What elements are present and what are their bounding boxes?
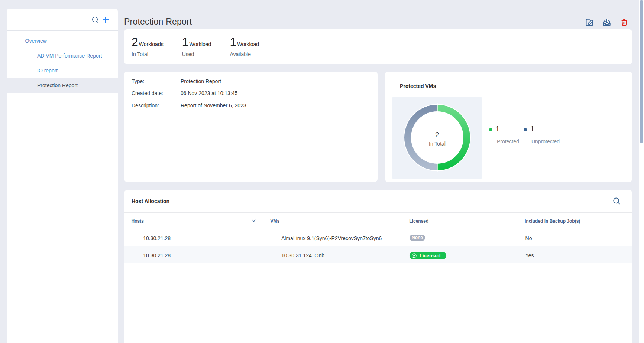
stat-value: 1 <box>182 36 189 48</box>
detail-label: Created date: <box>132 89 181 97</box>
detail-label: Description: <box>132 101 181 110</box>
protected-vms-donut-chart: 2 In Total <box>392 97 482 179</box>
stat-value: 1 <box>230 36 236 48</box>
protected-vms-title: Protected VMs <box>400 83 436 89</box>
detail-row-description: Description: Report of November 6, 2023 <box>132 101 378 110</box>
search-icon[interactable] <box>91 16 98 23</box>
column-header-licensed[interactable]: Licensed <box>409 213 428 229</box>
cell-in-backup: No <box>525 230 532 247</box>
cell-in-backup: Yes <box>525 247 534 264</box>
license-badge-text: Licensed <box>420 253 440 258</box>
table-header-row: Hosts VMs Licensed Included in Backup Jo… <box>124 213 632 229</box>
stat-in-total: 2Workloads In Total <box>132 36 164 57</box>
check-circle-icon <box>412 253 417 258</box>
host-allocation-card: Host Allocation Hosts VMs Licensed Inclu… <box>124 190 632 343</box>
sidebar-toolbar <box>7 9 118 31</box>
legend-label-unprotected: Unprotected <box>531 139 560 144</box>
donut-center-value: 2 <box>435 130 440 139</box>
detail-row-type: Type: Protection Report <box>132 77 378 85</box>
add-icon[interactable] <box>101 16 109 23</box>
table-search-icon[interactable] <box>613 197 620 205</box>
host-allocation-header: Host Allocation <box>124 190 632 213</box>
legend-value-protected: 1 <box>495 125 500 133</box>
report-details-card: Type: Protection Report Created date: 06… <box>124 72 378 182</box>
table-row[interactable]: 10.30.21.28 10.30.31.124_Onb Licensed Ye… <box>124 246 632 263</box>
detail-label: Type: <box>132 77 181 85</box>
cell-host: 10.30.21.28 <box>143 230 171 247</box>
protected-vms-chart-panel: 2 In Total <box>392 97 482 179</box>
cell-host: 10.30.21.28 <box>143 247 171 264</box>
sidebar-item-protection-report[interactable]: Protection Report <box>7 78 118 93</box>
delete-icon[interactable] <box>620 18 629 27</box>
table-row[interactable]: 10.30.21.28 AlmaLinux 9.1(Syn6)-P2Vrecov… <box>124 229 632 246</box>
cell-vm: 10.30.31.124_Onb <box>281 247 324 264</box>
column-divider <box>402 215 402 224</box>
stat-unit: Workloads <box>139 41 164 47</box>
export-icon[interactable] <box>602 18 611 27</box>
donut-center-label: In Total <box>429 141 446 147</box>
sidebar: Overview AD VM Performance Report IO rep… <box>7 9 118 343</box>
detail-value: Protection Report <box>181 77 221 85</box>
column-header-hosts[interactable]: Hosts <box>132 213 144 229</box>
page-scrollbar-thumb[interactable] <box>640 0 643 143</box>
cell-divider <box>263 234 263 241</box>
sort-caret-icon[interactable] <box>252 219 256 222</box>
stat-available: 1Workload Available <box>230 36 259 57</box>
legend-value-unprotected: 1 <box>530 125 535 133</box>
cell-vm: AlmaLinux 9.1(Syn6)-P2VrecovSyn7toSyn6 <box>281 230 382 247</box>
stat-unit: Workload <box>189 41 211 47</box>
workloads-summary-card: 2Workloads In Total 1Workload Used 1Work… <box>124 29 632 64</box>
detail-value: Report of November 6, 2023 <box>181 101 246 110</box>
edit-icon[interactable] <box>585 18 594 27</box>
page-title: Protection Report <box>124 16 192 27</box>
legend-dot-unprotected <box>524 128 527 131</box>
stat-value: 2 <box>132 36 138 48</box>
stat-unit: Workload <box>237 41 259 47</box>
page-scrollbar-track[interactable] <box>639 0 644 343</box>
cell-divider <box>263 251 263 258</box>
license-badge-licensed: Licensed <box>410 252 446 259</box>
detail-row-created-date: Created date: 06 Nov 2023 at 10:13:45 <box>132 89 378 97</box>
protected-vms-card: Protected VMs 2 In Total 1 Protected 1 U… <box>385 72 632 182</box>
column-header-included[interactable]: Included in Backup Job(s) <box>525 213 580 229</box>
header-actions <box>585 18 629 27</box>
column-divider <box>263 215 263 224</box>
sidebar-item-io-report[interactable]: IO report <box>7 63 118 78</box>
license-badge-none: None <box>410 235 425 241</box>
detail-value: 06 Nov 2023 at 10:13:45 <box>181 89 237 97</box>
stat-caption: Used <box>182 51 211 57</box>
column-header-vms[interactable]: VMs <box>271 213 280 229</box>
report-menu: Overview AD VM Performance Report IO rep… <box>7 33 118 93</box>
sidebar-item-ad-vm-performance-report[interactable]: AD VM Performance Report <box>7 48 118 63</box>
stat-caption: Available <box>230 51 259 57</box>
host-allocation-title: Host Allocation <box>132 198 169 204</box>
legend-label-protected: Protected <box>497 139 519 144</box>
stat-used: 1Workload Used <box>182 36 211 57</box>
legend-dot-protected <box>489 128 492 131</box>
stat-caption: In Total <box>132 51 164 57</box>
sidebar-item-overview[interactable]: Overview <box>7 33 118 48</box>
